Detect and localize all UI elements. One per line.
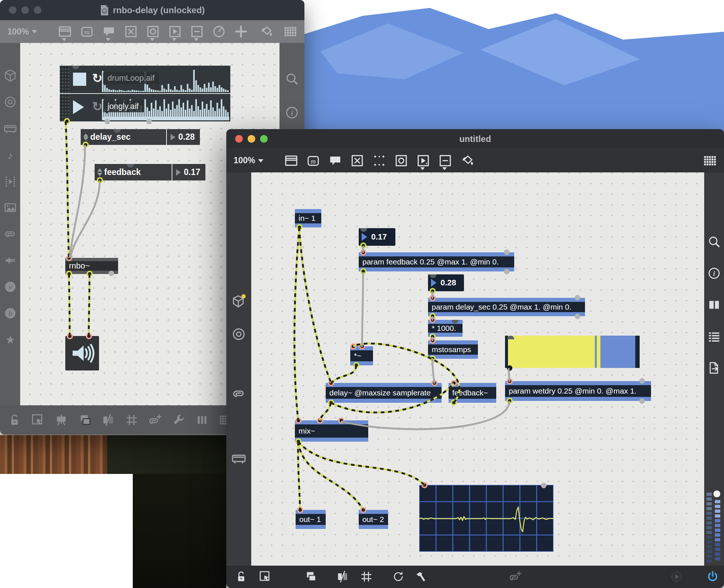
grid-keys-icon[interactable] (703, 153, 717, 168)
object-rnbo[interactable]: rnbo~ (65, 258, 118, 274)
grid-keys-icon[interactable] (283, 24, 298, 39)
list-lines-icon[interactable] (707, 329, 721, 343)
info-icon[interactable]: i (285, 105, 299, 120)
plus-icon[interactable] (234, 24, 248, 39)
power-icon[interactable] (706, 570, 719, 583)
o-box-icon[interactable] (146, 24, 160, 39)
minus-box-icon[interactable] (438, 153, 453, 168)
zoom-control[interactable]: 100% (7, 27, 37, 37)
object-delay[interactable]: delay~ @maxsize samplerate (326, 383, 442, 403)
target-icon[interactable] (3, 95, 17, 109)
comment-icon[interactable] (102, 24, 116, 39)
flip-icon[interactable] (336, 570, 349, 583)
cube-icon[interactable] (3, 69, 17, 83)
target-icon[interactable] (231, 326, 246, 342)
info-icon[interactable]: i (707, 266, 721, 280)
object-out1[interactable]: out~ 1 (296, 510, 326, 529)
cursor-box-icon[interactable] (259, 570, 272, 583)
zoom-button[interactable] (34, 6, 41, 14)
star-icon[interactable]: ★ (3, 333, 17, 347)
x-box-icon[interactable] (124, 24, 138, 39)
titlebar[interactable]: m rnbo-delay (unlocked) (0, 0, 304, 20)
object-mul-sig[interactable]: *~ (350, 346, 373, 365)
clip-icon[interactable] (3, 227, 17, 241)
close-button[interactable] (235, 135, 243, 143)
m-badge-icon[interactable]: m (306, 153, 321, 168)
traffic-lights[interactable] (235, 129, 268, 149)
refresh-icon[interactable] (392, 570, 405, 583)
grid-hash-icon[interactable] (125, 413, 139, 427)
console-icon[interactable] (3, 121, 17, 135)
wrench-icon[interactable] (172, 413, 186, 427)
image-icon[interactable] (3, 201, 17, 215)
comment-icon[interactable] (328, 153, 343, 168)
attrui-delay-sec[interactable]: delay_sec 0.28 (81, 129, 200, 145)
x-box-icon[interactable] (350, 153, 365, 168)
search-icon[interactable] (707, 235, 721, 249)
hammer-icon[interactable] (414, 570, 427, 583)
flip-icon[interactable] (101, 413, 115, 427)
note-icon[interactable]: ♪ (3, 148, 17, 162)
package-dot-icon[interactable] (231, 293, 246, 309)
export-icon[interactable] (707, 361, 721, 375)
layers-icon[interactable] (304, 570, 317, 583)
param-value[interactable]: 0.28 (178, 132, 200, 142)
object-mul-1000[interactable]: * 1000. (428, 320, 462, 337)
object-in1[interactable]: in~ 1 (295, 209, 321, 227)
playlist-drag-handle[interactable] (60, 94, 69, 121)
minus-box-icon[interactable] (190, 24, 204, 39)
dashed-box-icon[interactable] (372, 153, 387, 168)
lock-open-icon[interactable] (7, 413, 21, 427)
playlist-jongly[interactable]: ↻ jongly.aif (60, 94, 230, 121)
play-box-icon[interactable] (168, 24, 182, 39)
panel-icon[interactable] (284, 153, 299, 168)
grid-hash-icon[interactable] (360, 570, 373, 583)
zoom-control[interactable]: 100% (234, 156, 263, 165)
param-value[interactable]: 0.17 (184, 167, 205, 177)
plug-icon[interactable] (3, 253, 17, 267)
easel-icon[interactable] (54, 413, 68, 427)
object-num-feedback[interactable]: 0.17 (359, 228, 395, 246)
search-icon[interactable] (285, 72, 299, 86)
bucket-icon[interactable] (259, 24, 274, 39)
loop-icon[interactable]: ↻ (92, 99, 103, 114)
slider-wetdry[interactable] (505, 336, 640, 368)
columns-icon[interactable] (707, 298, 721, 312)
scope-display[interactable] (419, 485, 553, 552)
clip-plus-icon[interactable] (148, 413, 162, 427)
clip-icon[interactable] (231, 386, 246, 401)
stop-button[interactable] (73, 73, 86, 86)
object-feedback-obj[interactable]: feedback~ (449, 383, 496, 403)
volume-meter[interactable] (706, 484, 721, 563)
zoom-button[interactable] (260, 135, 268, 143)
cursor-box-icon[interactable] (31, 413, 45, 427)
minimize-button[interactable] (21, 6, 29, 14)
layers-icon[interactable] (78, 413, 92, 427)
object-param-delay-sec[interactable]: param delay_sec 0.25 @max 1. @min 0. (428, 298, 585, 316)
object-mix[interactable]: mix~ (295, 420, 368, 442)
titlebar[interactable]: untitled (226, 129, 724, 149)
playlist-drag-handle[interactable] (60, 66, 69, 93)
play-circle-icon[interactable] (670, 570, 683, 583)
traffic-lights[interactable] (9, 0, 41, 20)
film-icon[interactable] (3, 174, 17, 188)
clip-plus-icon[interactable] (509, 570, 522, 583)
object-num-delay[interactable]: 0.28 (428, 274, 464, 291)
bars-icon[interactable] (195, 413, 209, 427)
clock-icon[interactable] (212, 24, 226, 39)
object-param-wetdry[interactable]: param wetdry 0.25 @min 0. @max 1. (505, 381, 651, 401)
o-box-icon[interactable] (394, 153, 409, 168)
ezdac-speaker-button[interactable] (65, 336, 99, 370)
v-badge-icon[interactable]: v (3, 280, 17, 294)
play-box-icon[interactable] (416, 153, 431, 168)
object-param-feedback[interactable]: param feedback 0.25 @max 1. @min 0. (359, 252, 514, 271)
b-badge-icon[interactable]: b (3, 306, 17, 320)
object-out2[interactable]: out~ 2 (359, 510, 388, 529)
playlist-drumloop[interactable]: ↻ drumLoop.aif (60, 66, 230, 93)
m-badge-icon[interactable]: m (80, 24, 94, 39)
gain-knob[interactable] (713, 490, 720, 497)
close-button[interactable] (9, 6, 17, 14)
attrui-feedback[interactable]: feedback 0.17 (95, 164, 205, 180)
lock-open-icon[interactable] (234, 570, 248, 583)
object-mstosamps[interactable]: mstosamps (428, 340, 478, 359)
